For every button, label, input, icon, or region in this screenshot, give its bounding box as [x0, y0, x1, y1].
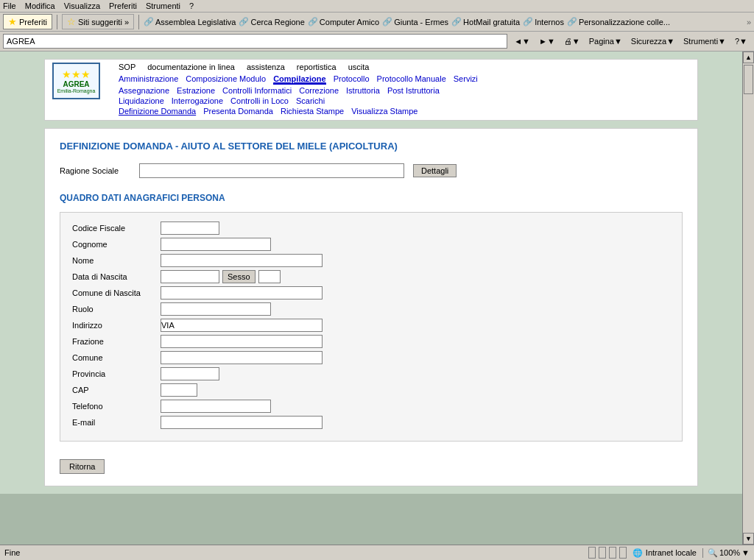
- menu-help[interactable]: ?: [189, 1, 194, 10]
- nav-visualizza-stampe[interactable]: Visualizza Stampe: [351, 107, 417, 116]
- status-zone: 🌐 Intranet locale: [633, 548, 697, 558]
- input-cognome[interactable]: [161, 238, 271, 251]
- print-button[interactable]: 🖨▼: [560, 33, 584, 49]
- link-icon-3: 🔗: [308, 17, 318, 26]
- input-comune[interactable]: [161, 351, 323, 364]
- bookmark-personalizzazione[interactable]: 🔗 Personalizzazione colle...: [567, 17, 670, 26]
- nav-amministrazione[interactable]: Amministrazione: [119, 74, 178, 85]
- address-bar: ◄▼ ►▼ 🖨▼ Pagina▼ Sicurezza▼ Strumenti▼ ?…: [0, 32, 754, 52]
- nav-estrazione[interactable]: Estrazione: [177, 86, 215, 95]
- address-input[interactable]: [3, 34, 507, 49]
- input-data-nascita[interactable]: [161, 270, 219, 283]
- scroll-thumb[interactable]: [744, 65, 753, 94]
- nav-liquidazione[interactable]: Liquidazione: [119, 96, 164, 105]
- field-ruolo: Ruolo: [72, 302, 670, 316]
- input-ruolo[interactable]: [161, 302, 271, 316]
- nav-compilazione[interactable]: Compilazione: [273, 74, 326, 85]
- nav-istruttoria[interactable]: Istruttoria: [346, 86, 380, 95]
- main-box: DEFINIZIONE DOMANDA - AIUTO AL SETTORE D…: [44, 128, 698, 486]
- logo-name: AGREA: [63, 80, 89, 88]
- nav-servizi[interactable]: Servizi: [454, 74, 478, 85]
- nav-assegnazione[interactable]: Assegnazione: [119, 86, 169, 95]
- nav-interrogazione[interactable]: Interrogazione: [172, 96, 223, 105]
- forward-button[interactable]: ►▼: [535, 33, 559, 49]
- label-indirizzo: Indirizzo: [72, 321, 161, 330]
- security-button[interactable]: Sicurezza▼: [627, 33, 678, 49]
- menu-modifica[interactable]: Modifica: [25, 1, 55, 10]
- ragione-sociale-input[interactable]: [139, 163, 404, 178]
- form-section: Codice Fiscale Cognome Nome: [60, 212, 683, 442]
- zoom-control[interactable]: 🔍 100% ▼: [702, 548, 750, 558]
- input-sesso[interactable]: [258, 270, 281, 283]
- nav-scarichi[interactable]: Scarichi: [296, 96, 325, 105]
- nav-reportistica[interactable]: reportistica: [297, 63, 337, 71]
- nav-post-istruttoria[interactable]: Post Istruttoria: [387, 86, 440, 95]
- nav-links: SOP documentazione in linea assistenza r…: [119, 63, 690, 117]
- nav-sop[interactable]: SOP: [119, 63, 135, 71]
- nav-definizione-domanda[interactable]: Definizione Domanda: [119, 107, 196, 116]
- label-email: E-mail: [72, 418, 161, 427]
- scroll-track[interactable]: [743, 63, 754, 533]
- input-provincia[interactable]: [161, 367, 219, 380]
- dettagli-button[interactable]: Dettagli: [413, 164, 457, 177]
- favorites-button[interactable]: ★ Preferiti: [3, 14, 52, 29]
- bookmark-hotmail[interactable]: 🔗 HotMail gratuita: [451, 17, 520, 26]
- nav-protocollo-manuale[interactable]: Protocollo Manuale: [377, 74, 446, 85]
- top-nav-header: ★★★ AGREA Emilia-Romagna SOP documentazi…: [45, 60, 697, 120]
- input-comune-nascita[interactable]: [161, 286, 323, 300]
- segment3: [609, 547, 616, 559]
- ritorna-button[interactable]: Ritorna: [60, 459, 105, 474]
- menu-visualizza[interactable]: Visualizza: [64, 1, 100, 10]
- label-codice-fiscale: Codice Fiscale: [72, 224, 161, 233]
- toolbar-separator: [57, 15, 57, 29]
- link-icon-5: 🔗: [523, 17, 533, 26]
- input-frazione[interactable]: [161, 335, 323, 348]
- segment1: [588, 547, 596, 559]
- section-title: QUADRO DATI ANAGRAFICI PERSONA: [60, 193, 683, 203]
- nav-richiesta-stampe[interactable]: Richiesta Stampe: [281, 107, 344, 116]
- menu-strumenti[interactable]: Strumenti: [146, 1, 180, 10]
- nav-composizione[interactable]: Composizione Modulo: [186, 74, 266, 85]
- input-nome[interactable]: [161, 254, 323, 267]
- nav-assistenza[interactable]: assistenza: [247, 63, 285, 71]
- menu-preferiti[interactable]: Preferiti: [109, 1, 137, 10]
- bookmark-internos[interactable]: 🔗 Internos: [523, 17, 564, 26]
- bookmark-computer[interactable]: 🔗 Computer Amico: [308, 17, 379, 26]
- nav-uscita[interactable]: uscita: [348, 63, 370, 71]
- nav-row5: Definizione Domanda Presenta Domanda Ric…: [119, 107, 690, 116]
- input-telefono[interactable]: [161, 400, 271, 413]
- bookmark-giunta[interactable]: 🔗 Giunta - Ermes: [382, 17, 448, 26]
- zoom-value: 100%: [719, 548, 740, 557]
- status-text: Fine: [4, 548, 582, 557]
- segment4: [619, 547, 627, 559]
- nav-protocollo[interactable]: Protocollo: [334, 74, 370, 85]
- field-telefono: Telefono: [72, 400, 670, 413]
- nav-doc[interactable]: documentazione in linea: [147, 63, 235, 71]
- label-cap: CAP: [72, 386, 161, 394]
- help-button[interactable]: ?▼: [731, 33, 751, 49]
- input-codice-fiscale[interactable]: [161, 221, 219, 235]
- label-comune: Comune: [72, 353, 161, 362]
- input-indirizzo[interactable]: [161, 319, 323, 332]
- input-email[interactable]: [161, 416, 323, 429]
- suggestions-button[interactable]: ☆ Siti suggeriti »: [62, 14, 134, 29]
- scroll-down-button[interactable]: ▼: [743, 533, 754, 545]
- page-button[interactable]: Pagina▼: [585, 33, 626, 49]
- nav-correzione[interactable]: Correzione: [299, 86, 339, 95]
- link-icon-6: 🔗: [567, 17, 577, 26]
- bookmark-cerca[interactable]: 🔗 Cerca Regione: [239, 17, 304, 26]
- nav-presenta-domanda[interactable]: Presenta Domanda: [203, 107, 273, 116]
- bookmark-assemblea[interactable]: 🔗 Assemblea Legislativa: [144, 17, 236, 26]
- logo-subtitle: Emilia-Romagna: [57, 88, 96, 93]
- menu-file[interactable]: File: [3, 1, 16, 10]
- link-icon-1: 🔗: [144, 17, 154, 26]
- status-segments: [588, 547, 627, 559]
- nav-controlli-loco[interactable]: Controlli in Loco: [230, 96, 289, 105]
- scroll-up-button[interactable]: ▲: [743, 52, 754, 63]
- nav-controlli-informatici[interactable]: Controlli Informatici: [222, 86, 292, 95]
- tools-button[interactable]: Strumenti▼: [680, 33, 730, 49]
- input-cap[interactable]: [161, 383, 197, 397]
- field-comune: Comune: [72, 351, 670, 364]
- browser-frame: File Modifica Visualizza Preferiti Strum…: [0, 0, 754, 560]
- back-button[interactable]: ◄▼: [510, 33, 534, 49]
